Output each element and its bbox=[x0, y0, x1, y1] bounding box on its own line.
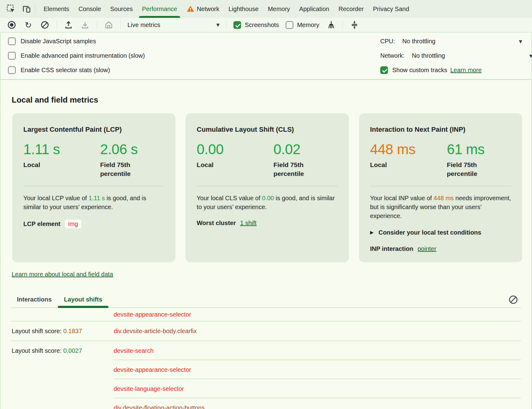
cls-field-value: 0.02 bbox=[273, 141, 323, 158]
warning-icon bbox=[186, 5, 194, 13]
log-tabbar: Interactions Layout shifts bbox=[11, 293, 521, 308]
tab-elements[interactable]: Elements bbox=[39, 0, 74, 18]
tab-memory[interactable]: Memory bbox=[263, 0, 295, 18]
chevron-down-icon: ▼ bbox=[519, 39, 522, 44]
worst-cluster-link[interactable]: 1 shift bbox=[240, 220, 256, 227]
memory-checkbox[interactable] bbox=[286, 21, 293, 29]
advanced-paint-row[interactable]: Enable advanced paint instrumentation (s… bbox=[8, 49, 145, 63]
upload-profile-icon[interactable] bbox=[64, 20, 73, 30]
advanced-paint-checkbox[interactable] bbox=[8, 52, 16, 60]
inp-interaction-label: INP interaction bbox=[370, 245, 413, 252]
network-throttling-select[interactable]: Network: No throttling ▼ bbox=[380, 49, 531, 63]
advanced-paint-label: Enable advanced paint instrumentation (s… bbox=[21, 52, 145, 59]
inp-card-title: Interaction to Next Paint (INP) bbox=[370, 126, 511, 134]
collapse-panel-icon[interactable] bbox=[350, 20, 359, 30]
table-row: devsite-appearance-selector bbox=[11, 360, 521, 379]
toolbar-divider bbox=[97, 21, 97, 29]
show-custom-tracks-checkbox[interactable] bbox=[380, 66, 388, 74]
cpu-throttling-select[interactable]: CPU: No throttling ▼ bbox=[380, 34, 531, 49]
clear-log-icon[interactable] bbox=[508, 294, 518, 305]
inp-local-label: Local bbox=[370, 161, 419, 169]
lcp-element-link[interactable]: img bbox=[65, 220, 81, 228]
table-row: devsite-appearance-selector bbox=[11, 308, 521, 321]
table-row: devsite-language-selector bbox=[11, 379, 521, 398]
memory-label: Memory bbox=[297, 21, 319, 29]
inp-field-label: Field 75th percentile bbox=[447, 161, 496, 178]
shift-element-link[interactable]: devsite-appearance-selector bbox=[114, 366, 521, 373]
network-label: Network: bbox=[380, 52, 405, 59]
page-title: Local and field metrics bbox=[1, 80, 531, 105]
learn-more-field-data-link[interactable]: Learn more about local and field data bbox=[12, 271, 113, 278]
metric-card-lcp: Largest Contentful Paint (LCP) 1.11 s Lo… bbox=[12, 113, 175, 262]
screenshots-checkbox[interactable] bbox=[233, 21, 241, 29]
local-test-conditions-label: Consider your local test conditions bbox=[378, 229, 481, 236]
inspect-element-icon[interactable] bbox=[6, 4, 16, 14]
devtools-window: Elements Console Sources Performance Net… bbox=[0, 0, 532, 409]
shift-element-link[interactable]: devsite-appearance-selector bbox=[114, 311, 521, 318]
cls-desc-value: 0.00 bbox=[262, 195, 274, 201]
cls-local-label: Local bbox=[197, 161, 246, 169]
worst-cluster-label: Worst cluster bbox=[197, 220, 236, 227]
card-divider bbox=[197, 186, 338, 186]
table-row: Layout shift score: 0.1837 div.devsite-a… bbox=[11, 321, 521, 341]
show-custom-tracks-label: Show custom tracks bbox=[392, 67, 447, 74]
css-selector-stats-checkbox[interactable] bbox=[8, 66, 16, 74]
chevron-down-icon: ▼ bbox=[216, 22, 220, 27]
tab-layout-shifts[interactable]: Layout shifts bbox=[58, 296, 108, 307]
tab-privacy-sandbox[interactable]: Privacy Sand bbox=[368, 0, 414, 18]
lcp-local-value: 1.11 s bbox=[23, 141, 100, 158]
screenshots-checkbox-row[interactable]: Screenshots bbox=[233, 21, 279, 29]
card-divider bbox=[370, 186, 511, 186]
home-icon[interactable] bbox=[104, 20, 114, 30]
metric-card-inp: Interaction to Next Paint (INP) 448 ms L… bbox=[359, 113, 522, 262]
cls-field-label: Field 75th percentile bbox=[273, 161, 323, 178]
screenshots-label: Screenshots bbox=[245, 21, 279, 29]
learn-more-link[interactable]: Learn more bbox=[450, 67, 482, 74]
toolbar-divider bbox=[57, 21, 57, 29]
css-selector-stats-label: Enable CSS selector stats (slow) bbox=[21, 67, 110, 74]
device-toolbar-icon[interactable] bbox=[22, 4, 31, 14]
show-custom-tracks-row[interactable]: Show custom tracks Learn more bbox=[380, 63, 531, 77]
chevron-down-icon: ▼ bbox=[529, 53, 532, 58]
history-dropdown-value: Live metrics bbox=[127, 21, 160, 29]
disclosure-triangle-icon: ▶ bbox=[370, 230, 374, 235]
shift-element-link[interactable]: devsite-language-selector bbox=[114, 385, 521, 392]
tab-application[interactable]: Application bbox=[295, 0, 334, 18]
cls-description: Your local CLS value of 0.00 is good, an… bbox=[197, 194, 338, 212]
live-metrics-view: Local and field metrics Largest Contentf… bbox=[1, 80, 531, 409]
tab-sources[interactable]: Sources bbox=[106, 0, 137, 18]
lcp-element-label: LCP element bbox=[23, 220, 61, 228]
layout-shift-score: Layout shift score: 0.1837 bbox=[11, 328, 114, 335]
tab-performance[interactable]: Performance bbox=[137, 0, 182, 18]
tab-interactions[interactable]: Interactions bbox=[11, 296, 58, 307]
shift-element-link[interactable]: div.devsite-floating-action-buttons bbox=[114, 404, 521, 409]
gc-broom-icon[interactable] bbox=[326, 20, 336, 30]
tab-network[interactable]: Network bbox=[182, 0, 224, 18]
performance-toolbar: ↻ Live metrics ▼ Screenshots Memory bbox=[0, 18, 532, 33]
lcp-description: Your local LCP value of 1.11 s is good, … bbox=[23, 194, 164, 212]
memory-checkbox-row[interactable]: Memory bbox=[286, 21, 319, 29]
tab-console[interactable]: Console bbox=[74, 0, 105, 18]
disable-js-samples-row[interactable]: Disable JavaScript samples bbox=[8, 34, 145, 49]
history-dropdown[interactable]: Live metrics ▼ bbox=[127, 21, 220, 29]
disable-js-samples-checkbox[interactable] bbox=[8, 37, 16, 45]
reload-and-record-button[interactable]: ↻ bbox=[23, 20, 33, 30]
tab-recorder[interactable]: Recorder bbox=[334, 0, 368, 18]
local-test-conditions-disclosure[interactable]: ▶ Consider your local test conditions bbox=[370, 229, 511, 236]
devtools-tabbar: Elements Console Sources Performance Net… bbox=[0, 0, 532, 18]
lcp-card-title: Largest Contentful Paint (LCP) bbox=[23, 126, 164, 134]
clear-button[interactable] bbox=[40, 20, 50, 30]
css-selector-stats-row[interactable]: Enable CSS selector stats (slow) bbox=[8, 63, 145, 77]
tabbar-divider bbox=[35, 4, 35, 14]
shift-element-link[interactable]: div.devsite-article-body.clearfix bbox=[114, 328, 521, 335]
inp-interaction-link[interactable]: pointer bbox=[417, 245, 436, 252]
table-row: div.devsite-floating-action-buttons bbox=[11, 398, 521, 409]
lcp-field-value: 2.06 s bbox=[100, 141, 149, 158]
card-divider bbox=[23, 186, 164, 186]
tab-lighthouse[interactable]: Lighthouse bbox=[224, 0, 263, 18]
inp-desc-value: 448 ms bbox=[433, 195, 454, 201]
record-button[interactable] bbox=[7, 20, 17, 30]
cpu-label: CPU: bbox=[380, 38, 395, 45]
shift-element-link[interactable]: devsite-search bbox=[114, 347, 521, 354]
download-profile-icon[interactable] bbox=[80, 20, 90, 30]
